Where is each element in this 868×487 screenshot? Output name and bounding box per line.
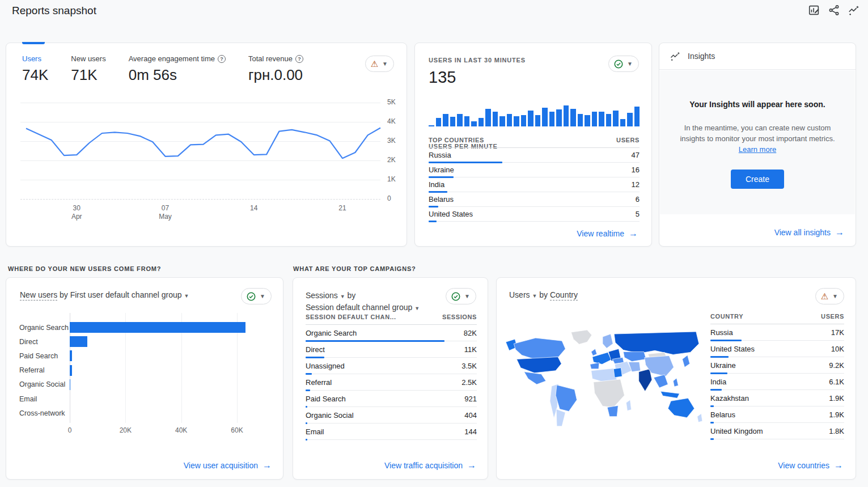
region-new-zealand: [697, 414, 702, 422]
metric-selector[interactable]: Users ▼: [509, 290, 537, 299]
learn-more-link[interactable]: Learn more: [739, 145, 776, 154]
realtime-users-value: 135: [429, 68, 526, 87]
row-label: United States: [429, 210, 473, 218]
row-label: India: [710, 378, 726, 386]
bar[interactable]: [70, 350, 72, 361]
metric-summary: Users74KNew users71KAverage engagement t…: [22, 54, 303, 84]
row-label: Belarus: [710, 410, 735, 419]
help-icon[interactable]: ?: [295, 55, 303, 63]
sessions-table: SESSION DEFAULT CHAN... SESSIONS Organic…: [306, 314, 477, 440]
column-header: USERS: [821, 313, 844, 320]
table-row: India12: [429, 177, 640, 192]
y-axis-tick: 0: [387, 194, 391, 202]
table-row: Kazakhstan1.9K: [710, 390, 844, 406]
overview-status-dropdown[interactable]: ⚠ ▼: [365, 56, 394, 72]
row-value: 11K: [464, 345, 477, 354]
sessions-status-dropdown[interactable]: ▼: [446, 288, 476, 304]
row-label: India: [429, 180, 444, 189]
share-icon[interactable]: [828, 4, 840, 16]
region-south-africa: [607, 405, 618, 416]
x-axis-tick: 07May: [154, 204, 177, 221]
realtime-kicker: USERS IN LAST 30 MINUTES: [429, 57, 526, 63]
metric-new-users[interactable]: New users71K: [71, 54, 105, 84]
category-label: Cross-network: [19, 409, 70, 417]
row-label: Russia: [429, 151, 451, 159]
table-row: Belarus1.9K: [710, 406, 844, 423]
warning-triangle-icon: ⚠: [821, 292, 828, 300]
row-value: 12: [632, 180, 640, 189]
view-user-acquisition-link[interactable]: View user acquisition→: [184, 460, 272, 471]
bar-row-referral: Referral: [19, 363, 269, 378]
insights-icon: [670, 50, 681, 62]
customize-report-icon[interactable]: [808, 4, 820, 16]
bar[interactable]: [70, 336, 87, 347]
table-row: Email144: [306, 424, 477, 440]
region-argentina: [556, 409, 565, 426]
region-scandinavia: [603, 334, 613, 348]
region-madagascar: [626, 400, 631, 410]
x-axis-tick: 21: [331, 204, 354, 213]
channels-status-dropdown[interactable]: ▼: [241, 288, 272, 304]
new-users-channels-card: New users by First user default channel …: [6, 277, 283, 480]
row-value: 10K: [831, 345, 844, 353]
countries-table: COUNTRY USERS Russia17KUnited States10KU…: [710, 313, 844, 439]
map-regions: [506, 330, 702, 426]
region-russia: [614, 332, 699, 354]
metric-users[interactable]: Users74K: [22, 54, 48, 84]
insights-header: Insights: [659, 43, 856, 70]
column-header: SESSIONS: [442, 314, 477, 320]
view-traffic-acquisition-link[interactable]: View traffic acquisition→: [384, 460, 476, 471]
create-insight-button[interactable]: Create: [731, 170, 784, 189]
arrow-right-icon: →: [834, 460, 843, 471]
row-label: Paid Search: [306, 395, 346, 403]
row-value: 144: [464, 427, 477, 436]
y-axis-tick: 2K: [387, 156, 396, 164]
dimension-selector[interactable]: Session default channel group ▼: [306, 303, 420, 312]
y-axis-tick: 3K: [387, 137, 396, 145]
category-label: Direct: [19, 338, 70, 346]
region-australia: [668, 398, 695, 417]
x-axis-tick: 20K: [114, 426, 137, 434]
row-label: Referral: [306, 378, 332, 387]
insights-hub-icon[interactable]: [848, 4, 860, 16]
row-label: Direct: [306, 345, 325, 354]
users-line-chart[interactable]: [23, 100, 383, 205]
geo-status-dropdown[interactable]: ⚠ ▼: [815, 288, 844, 304]
bar[interactable]: [70, 365, 72, 376]
dimension-selector[interactable]: Country: [550, 290, 578, 300]
sessions-card-title: Sessions ▼ by Session default channel gr…: [306, 290, 420, 314]
row-value: 82K: [464, 329, 477, 337]
row-value: 1.9K: [829, 394, 844, 403]
chevron-down-icon: ▼: [260, 293, 265, 299]
users-per-minute-chart[interactable]: [429, 104, 640, 126]
bar[interactable]: [70, 379, 70, 390]
top-bar: Reports snapshot: [0, 0, 868, 25]
world-choropleth-map[interactable]: [501, 322, 708, 446]
sessions-channels-card: Sessions ▼ by Session default channel gr…: [293, 277, 488, 480]
metric-average-engagement-time[interactable]: Average engagement time?0m 56s: [129, 54, 226, 84]
arrow-right-icon: →: [835, 227, 844, 238]
view-realtime-link[interactable]: View realtime→: [577, 228, 638, 239]
view-all-insights-link[interactable]: View all insights→: [774, 227, 844, 238]
category-label: Organic Social: [19, 380, 70, 388]
row-label: Kazakhstan: [710, 394, 749, 403]
bar[interactable]: [70, 322, 245, 333]
metric-selector[interactable]: New users: [20, 290, 57, 300]
table-row: Belarus6: [429, 192, 640, 207]
realtime-status-dropdown[interactable]: ▼: [608, 56, 639, 72]
row-label: United Kingdom: [710, 427, 763, 435]
column-header: USERS: [616, 137, 640, 143]
active-tab-indicator: [22, 42, 45, 44]
metric-total-revenue[interactable]: Total revenue?грн.0.00: [248, 54, 303, 84]
chevron-down-icon: ▼: [627, 61, 633, 67]
table-row: Organic Search82K: [306, 325, 477, 341]
help-icon[interactable]: ?: [218, 55, 226, 63]
x-axis-tick: 60K: [226, 426, 248, 434]
channels-card-title: New users by First user default channel …: [20, 290, 189, 299]
section-label-new-users: WHERE DO YOUR NEW USERS COME FROM?: [8, 265, 161, 272]
metric-selector[interactable]: Sessions ▼: [306, 291, 345, 300]
row-label: Ukraine: [429, 166, 454, 174]
view-countries-link[interactable]: View countries→: [778, 460, 843, 471]
chevron-down-icon[interactable]: ▼: [184, 293, 189, 299]
row-value: 1.9K: [829, 410, 844, 419]
